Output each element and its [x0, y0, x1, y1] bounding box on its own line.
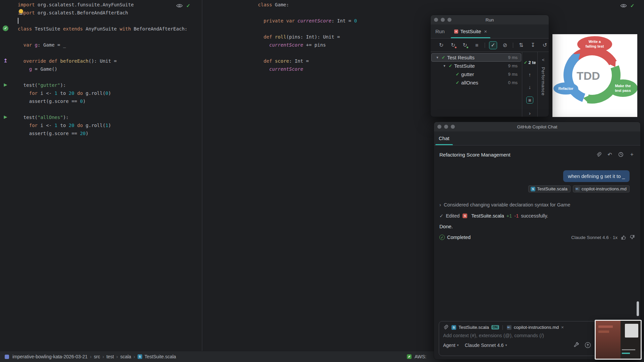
import-icon[interactable]: ↧ [529, 41, 537, 49]
chevron-right-icon[interactable]: › [439, 202, 441, 207]
tab-chat[interactable]: Chat [434, 131, 454, 145]
paperclip-icon[interactable] [443, 325, 448, 330]
breadcrumb-item[interactable]: test [106, 354, 114, 359]
tdd-cycle-image: Write a failing test Make the test pass … [552, 34, 637, 117]
minimize-window-button[interactable] [441, 18, 445, 22]
breadcrumb-item[interactable]: scala [120, 354, 131, 359]
reader-mode-eye-icon[interactable] [620, 3, 627, 8]
undo-icon[interactable]: ↶ [607, 152, 613, 158]
intention-bulb-icon[interactable] [18, 9, 23, 15]
tab-testsuite[interactable]: TestSuite × [449, 24, 492, 38]
rerun-failed-icon[interactable]: ↻ [449, 41, 457, 49]
history-icon[interactable]: ↺ [541, 41, 549, 49]
zoom-window-button[interactable] [447, 18, 451, 22]
editor-testsuite[interactable]: import org.scalatest.funsuite.AnyFunSuit… [0, 0, 202, 351]
zoom-window-button[interactable] [451, 125, 455, 129]
model-thought-row[interactable]: › Considered changing variable declarati… [439, 202, 635, 207]
aws-plugin-icon[interactable] [407, 354, 412, 359]
model-dropdown[interactable]: Claude Sonnet 4.6 ▾ [465, 343, 507, 348]
copilot-titlebar[interactable]: GitHub Copilot Chat [434, 122, 640, 131]
rerun-icon[interactable]: ↻ [437, 41, 445, 49]
test-tree-row[interactable]: ✓allOnes0 ms [431, 78, 521, 87]
test-options-icon[interactable]: ≡ [526, 97, 533, 104]
file-edit-row[interactable]: ✓ Edited S TestSuite.scala +1 -1 success… [439, 213, 635, 219]
attach-context-icon[interactable] [596, 152, 602, 158]
run-window-titlebar[interactable]: Run [431, 15, 549, 24]
code-line: import org.scalatest.funsuite.AnyFunSuit… [18, 1, 187, 9]
markdown-file-icon: M↓ [575, 187, 580, 191]
test-passed-icon: ✓ [454, 80, 461, 85]
context-chip[interactable]: STestSuite.scala [528, 185, 571, 192]
minimize-window-button[interactable] [444, 125, 448, 129]
run-test-icon[interactable]: ▶ [3, 82, 8, 87]
test-results-tree: ▾✓Test Results9 ms▾✓TestSuite9 ms✓gutter… [431, 52, 522, 117]
history-icon[interactable] [618, 152, 624, 158]
previous-test-icon[interactable]: ↑ [529, 72, 531, 77]
chevron-down-icon[interactable]: ▾ [434, 55, 440, 60]
tab-run[interactable]: Run [431, 24, 449, 38]
ide-screen: import org.scalatest.funsuite.AnyFunSuit… [0, 0, 644, 362]
user-message-bubble[interactable]: when defining g set it to _ [563, 170, 630, 182]
new-chat-icon[interactable]: + [629, 152, 635, 158]
test-passed-gutter-icon[interactable]: ✓ [3, 25, 8, 31]
next-test-icon[interactable]: ↓ [529, 84, 531, 90]
edited-file-name[interactable]: TestSuite.scala [471, 213, 504, 219]
expand-panel-icon[interactable]: › [529, 110, 531, 116]
scala-file-icon: S [451, 325, 456, 330]
mode-label: Agent [443, 343, 455, 348]
tab-label: TestSuite [461, 28, 481, 34]
svg-text:Refactor: Refactor [558, 86, 574, 90]
svg-text:test pass: test pass [615, 88, 631, 93]
breadcrumb-separator: › [133, 354, 135, 359]
code-line: for i <- 1 to 20 do g.roll(0) [18, 89, 187, 97]
input-context-chip[interactable]: M↓copilot-instructions.md× [506, 325, 564, 330]
inspections-passed-icon[interactable]: ✓ [186, 3, 191, 9]
code-line [18, 49, 187, 57]
close-tab-icon[interactable]: × [484, 28, 487, 34]
model-usage-label: Claude Sonnet 4.6 · 1x [571, 235, 618, 240]
test-tree-row[interactable]: ▾✓TestSuite9 ms [431, 62, 521, 70]
show-ignored-icon[interactable]: ⊘ [501, 41, 509, 49]
aws-status-label[interactable]: AWS: [415, 354, 426, 359]
show-passed-icon[interactable]: ✓ [489, 41, 497, 49]
close-window-button[interactable] [437, 125, 441, 129]
project-module-icon [5, 355, 9, 359]
copilot-tabstrip: Chat [434, 131, 640, 145]
chevron-down-icon[interactable]: ▾ [441, 64, 447, 68]
context-chip[interactable]: M↓copilot-instructions.md [573, 185, 630, 192]
stop-icon[interactable]: ■ [473, 41, 481, 49]
scrollbar-thumb[interactable] [637, 301, 639, 316]
inspections-passed-icon[interactable]: ✓ [630, 3, 635, 9]
code-testsuite[interactable]: import org.scalatest.funsuite.AnyFunSuit… [18, 1, 187, 137]
screenshot-thumbnail[interactable] [595, 320, 642, 360]
context-on-badge[interactable]: ON [491, 325, 499, 329]
close-window-button[interactable] [434, 18, 438, 22]
test-tree-row[interactable]: ▾✓Test Results9 ms [431, 53, 521, 62]
run-test-icon[interactable]: ▶ [3, 114, 8, 120]
collapse-icon[interactable]: < [542, 57, 545, 62]
chevron-down-icon: ▾ [505, 343, 507, 347]
svg-text:TDD: TDD [577, 69, 600, 82]
send-icon[interactable] [585, 342, 591, 348]
breadcrumb-item[interactable]: imperative-bowling-kata-2026-03-21 [12, 354, 88, 359]
remove-chip-icon[interactable]: × [561, 325, 564, 330]
input-context-chip[interactable]: STestSuite.scalaON [451, 325, 499, 330]
breadcrumb-item[interactable]: TestSuite.scala [145, 354, 176, 359]
test-tree-row[interactable]: ✓gutter9 ms [431, 70, 521, 78]
test-passed-icon: ✓ [440, 55, 446, 60]
breadcrumb-item[interactable]: src [94, 354, 100, 359]
thumbs-down-icon[interactable] [630, 235, 635, 240]
toggle-auto-test-icon[interactable]: ↻ [461, 41, 469, 49]
mode-dropdown[interactable]: Agent ▾ [443, 343, 459, 348]
sort-icon[interactable]: ⇅ [517, 41, 525, 49]
thumbs-up-icon[interactable] [621, 235, 626, 240]
breadcrumb: imperative-bowling-kata-2026-03-21›src›t… [12, 354, 177, 359]
code-game[interactable]: class Game: private var currentScore: In… [258, 1, 357, 73]
tools-icon[interactable] [574, 342, 579, 348]
override-method-icon[interactable]: ↥ [3, 58, 8, 63]
svg-text:Write a: Write a [589, 40, 601, 44]
performance-tab-label[interactable]: Performance [541, 67, 546, 96]
chat-header: Refactoring Score Management ↶ + [439, 152, 635, 158]
reader-mode-eye-icon[interactable] [176, 3, 183, 8]
toolbar-separator [485, 43, 485, 48]
